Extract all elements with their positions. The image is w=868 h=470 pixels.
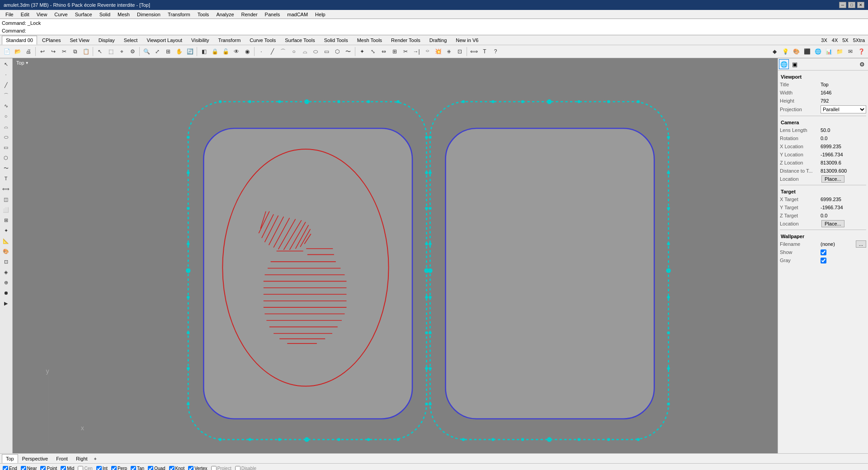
- mesh-tool[interactable]: ⊞: [1, 215, 11, 225]
- unlock-icon[interactable]: 🔓: [221, 47, 231, 56]
- snap-vertex-checkbox[interactable]: [188, 466, 193, 470]
- material-icon[interactable]: ◆: [769, 47, 779, 56]
- snap-knot-checkbox[interactable]: [169, 466, 175, 470]
- ellipse-icon[interactable]: ⬭: [311, 47, 321, 56]
- tab-surfacetools[interactable]: Surface Tools: [281, 36, 319, 45]
- tab-select[interactable]: Select: [120, 36, 142, 45]
- line-icon[interactable]: ╱: [267, 47, 277, 56]
- zoom-4x[interactable]: 4X: [830, 38, 839, 43]
- record-tool[interactable]: ⏺: [1, 288, 11, 298]
- dim-icon[interactable]: ⟺: [469, 47, 479, 56]
- snap-point-checkbox[interactable]: [40, 466, 46, 470]
- menu-solid[interactable]: Solid: [96, 11, 114, 18]
- menu-mesh[interactable]: Mesh: [114, 11, 133, 18]
- snap-end-label[interactable]: End: [9, 466, 17, 470]
- folder-icon[interactable]: 📁: [835, 47, 844, 56]
- script-tool[interactable]: ▶: [1, 298, 11, 308]
- help-icon[interactable]: ?: [491, 47, 500, 56]
- point-icon[interactable]: ·: [256, 47, 266, 56]
- maximize-button[interactable]: □: [848, 2, 855, 8]
- rp-filename-btn[interactable]: ...: [856, 240, 866, 248]
- render2-icon[interactable]: 🎨: [791, 47, 801, 56]
- scene-svg[interactable]: x y: [13, 58, 778, 453]
- gumball-tool[interactable]: ⊕: [1, 277, 11, 287]
- tab-newinv6[interactable]: New in V6: [452, 36, 482, 45]
- rp-tab-display[interactable]: ▣: [790, 59, 800, 69]
- text-tool[interactable]: T: [1, 174, 11, 183]
- pan-icon[interactable]: ✋: [174, 47, 184, 56]
- snap-disable-label[interactable]: Disable: [241, 466, 256, 470]
- snap-near-checkbox[interactable]: [21, 466, 26, 470]
- snap-vertex-label[interactable]: Vertex: [194, 466, 207, 470]
- text-icon[interactable]: T: [480, 47, 490, 56]
- lock-icon[interactable]: 🔒: [210, 47, 220, 56]
- tab-right[interactable]: Right: [72, 454, 92, 463]
- copy-icon[interactable]: ⧉: [70, 47, 80, 56]
- curve-tool[interactable]: ∿: [1, 101, 11, 111]
- snap-tan-checkbox[interactable]: [131, 466, 136, 470]
- rp-show-checkbox[interactable]: [821, 249, 826, 255]
- scale-icon[interactable]: ⤡: [368, 47, 378, 56]
- render-tool[interactable]: 🎨: [1, 246, 11, 256]
- menu-madcam[interactable]: madCAM: [283, 11, 311, 18]
- transform-tool[interactable]: ✦: [1, 226, 11, 235]
- tab-viewportlayout[interactable]: Viewport Layout: [142, 36, 186, 45]
- tab-top[interactable]: Top: [2, 454, 18, 463]
- ellipse-tool[interactable]: ⬭: [1, 132, 11, 142]
- open-icon[interactable]: 📂: [13, 47, 23, 56]
- snap-int-label[interactable]: Int: [103, 466, 108, 470]
- tab-drafting[interactable]: Drafting: [425, 36, 451, 45]
- zoom-5xtra[interactable]: 5Xtra: [852, 38, 866, 43]
- fillet-icon[interactable]: ⌔: [422, 47, 432, 56]
- freeform-tool[interactable]: 〜: [1, 163, 11, 173]
- sub-obj-tool[interactable]: ◈: [1, 267, 11, 277]
- snap-project-label[interactable]: Project: [217, 466, 231, 470]
- tab-rendertools[interactable]: Render Tools: [387, 36, 425, 45]
- tab-cplanes[interactable]: CPlanes: [38, 36, 65, 45]
- menu-panels[interactable]: Panels: [261, 11, 284, 18]
- snap-int-checkbox[interactable]: [96, 466, 102, 470]
- group-icon[interactable]: ⊡: [455, 47, 465, 56]
- cut-icon[interactable]: ✂: [59, 47, 69, 56]
- print-icon[interactable]: 🖨: [24, 47, 33, 56]
- menu-view[interactable]: View: [33, 11, 51, 18]
- polyline-tool[interactable]: ⌒: [1, 90, 11, 100]
- trim-icon[interactable]: ✂: [401, 47, 410, 56]
- rp-tab-viewport[interactable]: 🌐: [779, 59, 789, 69]
- tab-solidtools[interactable]: Solid Tools: [320, 36, 352, 45]
- mirror-icon[interactable]: ⇔: [379, 47, 389, 56]
- zoom-in-icon[interactable]: 🔍: [142, 47, 151, 56]
- tab-standard00[interactable]: Standard 00: [2, 36, 37, 45]
- rp-targetlocation-btn[interactable]: Place...: [821, 220, 844, 227]
- snap-mid-label[interactable]: Mid: [67, 466, 74, 470]
- cage-edit-tool[interactable]: ⊡: [1, 257, 11, 267]
- options-icon[interactable]: ⚙: [127, 47, 137, 56]
- email-icon[interactable]: ✉: [845, 47, 855, 56]
- tab-curvetools[interactable]: Curve Tools: [245, 36, 280, 45]
- polygon-icon[interactable]: ⬡: [332, 47, 342, 56]
- env-icon[interactable]: 🌐: [813, 47, 823, 56]
- snap-tan-label[interactable]: Tan: [137, 466, 144, 470]
- menu-render[interactable]: Render: [238, 11, 261, 18]
- dim-tool[interactable]: ⟺: [1, 184, 11, 194]
- rp-settings-icon[interactable]: ⚙: [857, 59, 867, 69]
- texture-icon[interactable]: ⬛: [802, 47, 812, 56]
- extend-icon[interactable]: →|: [411, 47, 421, 56]
- snap-quad-label[interactable]: Quad: [154, 466, 165, 470]
- minimize-button[interactable]: ─: [839, 2, 846, 8]
- layer-icon[interactable]: ◧: [199, 47, 209, 56]
- undo-icon[interactable]: ↩: [38, 47, 47, 56]
- menu-help[interactable]: Help: [311, 11, 329, 18]
- zoom-sel-icon[interactable]: ⊞: [163, 47, 173, 56]
- circle-icon[interactable]: ○: [289, 47, 299, 56]
- snap-perp-checkbox[interactable]: [111, 466, 117, 470]
- hide-icon[interactable]: 👁: [231, 47, 241, 56]
- menu-analyze[interactable]: Analyze: [212, 11, 237, 18]
- redo-icon[interactable]: ↪: [48, 47, 58, 56]
- arc-tool[interactable]: ⌓: [1, 122, 11, 132]
- rect-tool[interactable]: ▭: [1, 142, 11, 152]
- question-icon[interactable]: ❓: [856, 47, 866, 56]
- tab-visibility[interactable]: Visibility: [187, 36, 213, 45]
- solid-tool[interactable]: ⬜: [1, 205, 11, 215]
- rp-projection-select[interactable]: Parallel Perspective: [821, 105, 866, 113]
